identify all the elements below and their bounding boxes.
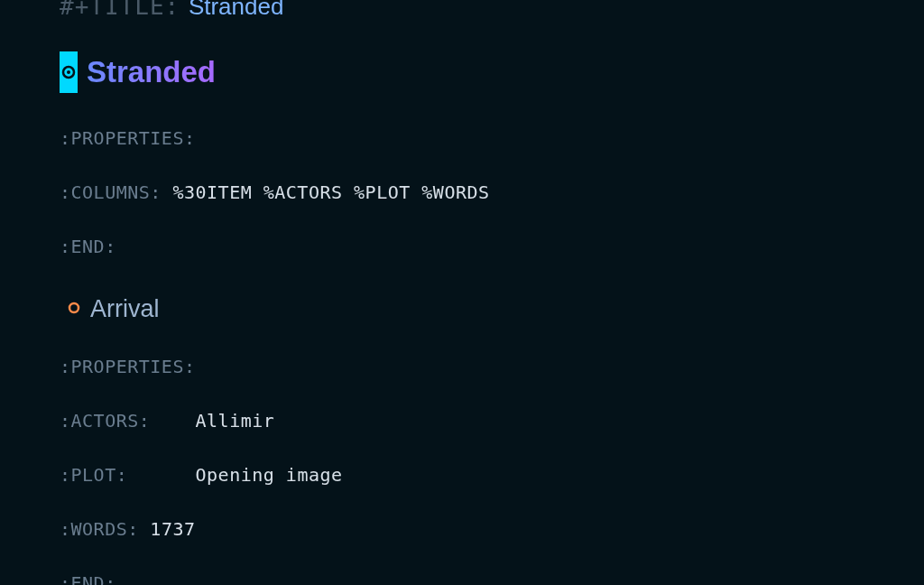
properties-end: :END:: [60, 572, 924, 585]
heading-1[interactable]: Stranded: [60, 51, 924, 93]
properties-end: :END:: [60, 236, 924, 257]
plot-property: :PLOT: Opening image: [60, 464, 924, 486]
svg-point-2: [69, 303, 79, 312]
heading-2-text: Arrival: [90, 295, 160, 323]
svg-point-1: [67, 70, 70, 74]
title-value: Stranded: [189, 0, 284, 20]
columns-property: :COLUMNS: %30ITEM %ACTORS %PLOT %WORDS: [60, 181, 924, 203]
properties-open: :PROPERTIES:: [60, 127, 924, 149]
heading-2[interactable]: Arrival: [67, 295, 924, 323]
fold-bullet-icon[interactable]: [60, 51, 78, 93]
words-property: :WORDS: 1737: [60, 518, 924, 540]
title-keyword: #+TITLE:: [60, 0, 180, 20]
properties-open: :PROPERTIES:: [60, 356, 924, 377]
actors-property: :ACTORS: Allimir: [60, 410, 924, 432]
fold-bullet-icon[interactable]: [67, 301, 81, 319]
heading-1-text: Stranded: [87, 55, 216, 89]
title-directive: #+TITLE: Stranded: [60, 0, 924, 21]
